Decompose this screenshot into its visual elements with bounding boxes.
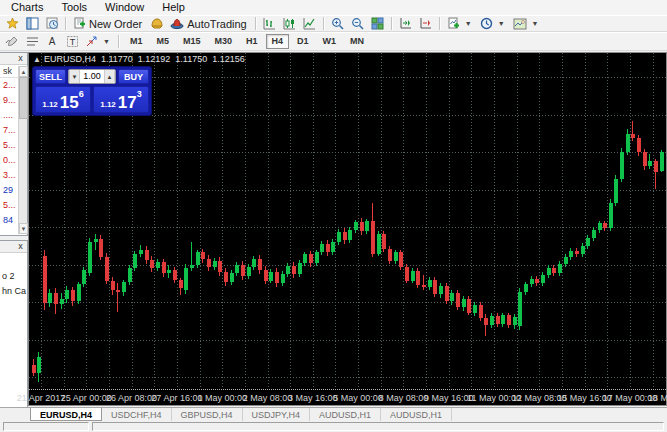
time-axis-label: 9 May 16:00 — [424, 393, 474, 403]
chart-tab-eurusd-h4[interactable]: EURUSD,H4 — [30, 408, 102, 421]
dropdown-caret-icon: ▼ — [532, 20, 539, 27]
dropdown-caret-icon: ▼ — [498, 20, 505, 27]
svg-text:T: T — [69, 37, 75, 47]
close-icon[interactable]: x — [15, 53, 26, 64]
navigator-item-fragment[interactable]: o 2 — [0, 271, 27, 281]
time-axis-label: 1 May 00:00 — [197, 393, 247, 403]
ohlc-close: 1.12156 — [212, 54, 245, 64]
ohlc-open: 1.11770 — [101, 54, 133, 64]
market-watch-scrollbar[interactable]: ▲ ▼ — [18, 66, 27, 234]
volume-decrease-icon[interactable]: ▼ — [69, 70, 80, 83]
period-button-m5[interactable]: M5 — [150, 34, 175, 49]
period-button-m1[interactable]: M1 — [124, 34, 149, 49]
time-axis-label: 8 May 08:00 — [379, 393, 429, 403]
time-axis-label: 3 May 16:00 — [288, 393, 338, 403]
collapse-triangle-icon[interactable]: ▲ — [33, 55, 41, 64]
indicators-button[interactable]: ▼ — [445, 16, 476, 31]
chart-tab-audusd-h1[interactable]: AUDUSD,H1 — [310, 408, 381, 421]
chart-shift-icon[interactable] — [397, 16, 415, 31]
status-cell — [92, 422, 664, 431]
close-icon[interactable]: x — [15, 241, 26, 252]
scrollbar-thumb[interactable] — [19, 77, 28, 119]
period-button-m15[interactable]: M15 — [177, 34, 207, 49]
zoom-in-icon[interactable] — [329, 16, 347, 31]
period-button-h1[interactable]: H1 — [240, 34, 264, 49]
bid-quote[interactable]: 1.12 15 6 — [35, 86, 91, 113]
scroll-down-icon[interactable]: ▼ — [19, 223, 28, 234]
chart-window-icon[interactable] — [23, 16, 41, 31]
period-button-m30[interactable]: M30 — [208, 34, 238, 49]
left-dock-area: x sk 2...9.......7...5...0...3...295...8… — [0, 52, 28, 410]
navigator-item-fragment[interactable]: hn Ca — [0, 286, 27, 296]
ohlc-low: 1.11750 — [175, 54, 207, 64]
period-button-d1[interactable]: D1 — [291, 34, 315, 49]
toolbar-separator — [255, 17, 257, 30]
time-axis-label: 2 May 08:00 — [243, 393, 293, 403]
time-axis-label: 5 May 00:00 — [333, 393, 383, 403]
favorites-icon[interactable] — [3, 16, 21, 31]
horizontal-lines-icon[interactable] — [23, 34, 41, 49]
toolbar-separator — [118, 35, 120, 48]
status-bar — [0, 421, 667, 432]
volume-increase-icon[interactable]: ▲ — [104, 70, 115, 83]
dropdown-caret-icon: ▼ — [103, 38, 110, 45]
chart-symbol-period: EURUSD,H4 — [44, 54, 96, 64]
period-button-h4[interactable]: H4 — [266, 34, 290, 49]
zoom-out-icon[interactable] — [349, 16, 367, 31]
navigator-header: x — [0, 241, 27, 253]
bar-chart-icon[interactable] — [261, 16, 279, 31]
new-order-label: New Order — [89, 18, 142, 30]
menu-window[interactable]: Window — [96, 0, 153, 15]
menu-tools[interactable]: Tools — [52, 0, 96, 15]
bid-big-digits: 15 — [60, 95, 79, 110]
ask-prefix: 1.12 — [100, 100, 116, 110]
timeframes-button[interactable]: ▼ — [478, 16, 509, 31]
text-label-icon[interactable]: A — [43, 34, 61, 49]
time-axis-label: 21 Apr 2017 — [17, 393, 66, 403]
chart-tab-usdjpy-h4[interactable]: USDJPY,H4 — [243, 408, 310, 421]
menu-bar: ChartsToolsWindowHelp — [0, 0, 667, 15]
tile-windows-icon[interactable] — [369, 16, 387, 31]
toolbar-separator — [391, 17, 393, 30]
chart-tab-usdchf-h4[interactable]: USDCHF,H4 — [102, 408, 172, 421]
chart-tabs-bar: EURUSD,H4USDCHF,H4GBPUSD,H4USDJPY,H4AUDU… — [0, 407, 667, 421]
crosshair-pencil-icon[interactable] — [3, 34, 21, 49]
period-button-mn[interactable]: MN — [344, 34, 370, 49]
market-watch-icon[interactable] — [43, 16, 61, 31]
period-buttons: M1M5M15M30H1H4D1W1MN — [123, 34, 371, 49]
line-studies-toolbar: A T ▼ M1M5M15M30H1H4D1W1MN — [0, 32, 667, 51]
menu-help[interactable]: Help — [153, 0, 194, 15]
market-watch-panel: x sk 2...9.......7...5...0...3...295...8… — [0, 52, 28, 236]
ask-quote[interactable]: 1.12 17 3 — [93, 86, 149, 113]
time-axis[interactable]: 21 Apr 201725 Apr 00:0026 Apr 08:0027 Ap… — [29, 389, 666, 405]
volume-value[interactable]: 1.00 — [80, 70, 104, 83]
text-box-icon[interactable]: T — [63, 34, 81, 49]
chart-tab-gbpusd-h4[interactable]: GBPUSD,H4 — [172, 408, 243, 421]
autotrading-button[interactable]: AutoTrading — [168, 16, 251, 31]
new-order-button[interactable]: New Order — [71, 16, 146, 31]
chart-ohlc-header: ▲EURUSD,H41.117701.121921.117501.12156 — [33, 54, 245, 64]
toolbar-separator — [65, 17, 67, 30]
candlestick-chart-icon[interactable] — [281, 16, 299, 31]
line-chart-icon[interactable] — [301, 16, 319, 31]
period-button-w1[interactable]: W1 — [317, 34, 343, 49]
market-watch-header: x — [0, 53, 27, 65]
one-click-trading-widget: SELL ▼ 1.00 ▲ BUY 1.12 15 6 1.12 17 3 — [32, 66, 152, 116]
arrows-tool-button[interactable]: ▼ — [83, 34, 114, 49]
auto-scroll-icon[interactable] — [417, 16, 435, 31]
bid-prefix: 1.12 — [42, 100, 58, 110]
templates-button[interactable]: ▼ — [511, 16, 543, 31]
scroll-up-icon[interactable]: ▲ — [19, 66, 28, 77]
menu-charts[interactable]: Charts — [2, 0, 52, 15]
chart-tab-audusd-h1[interactable]: AUDUSD,H1 — [381, 408, 452, 421]
mt4-window: ChartsToolsWindowHelp New Order AutoTrad… — [0, 0, 667, 432]
time-axis-label: 18 May 08:00 — [648, 393, 667, 403]
toolbar-separator — [323, 17, 325, 30]
dropdown-caret-icon: ▼ — [465, 20, 472, 27]
sell-button[interactable]: SELL — [35, 69, 66, 84]
buy-button[interactable]: BUY — [118, 69, 149, 84]
expert-advisor-icon[interactable] — [148, 16, 166, 31]
status-cell — [3, 422, 89, 431]
time-axis-label: 25 Apr 00:00 — [61, 393, 112, 403]
volume-stepper[interactable]: ▼ 1.00 ▲ — [68, 69, 116, 84]
